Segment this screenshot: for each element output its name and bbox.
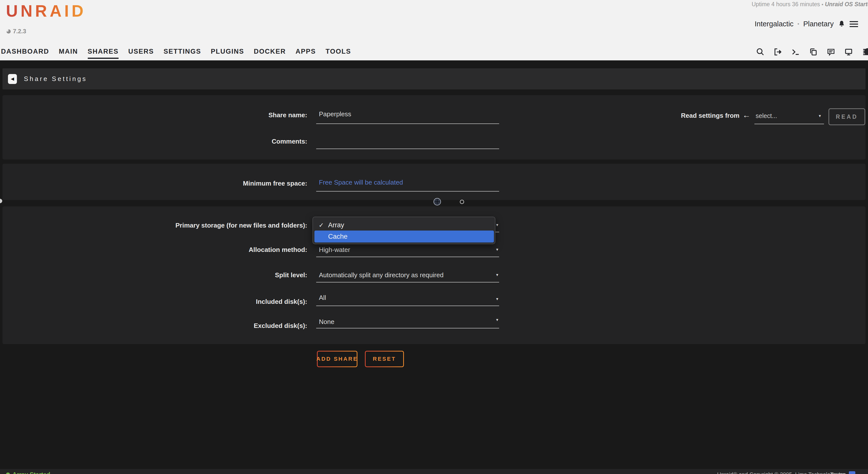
read-button[interactable]: READ: [829, 108, 865, 125]
arrow-left-icon: ←: [742, 110, 750, 120]
nav-item-main[interactable]: MAIN: [59, 48, 78, 59]
copyright-text: Unraid® and Copyright © 2005, Lime Techn…: [717, 471, 847, 474]
included-disks-label: Included disk(s):: [0, 298, 307, 306]
copy-icon[interactable]: [809, 48, 817, 56]
panel-share-identity: [2, 95, 866, 160]
comments-underline: [316, 148, 499, 149]
included-disks-select[interactable]: All: [319, 294, 326, 302]
terminal-icon[interactable]: [792, 48, 800, 56]
check-icon: ✓: [319, 222, 324, 229]
unraid-logo[interactable]: UNRAID: [6, 1, 86, 21]
chevron-down-icon: ▾: [496, 222, 498, 228]
allocation-underline: [316, 257, 499, 257]
option-cache[interactable]: Cache: [314, 231, 494, 242]
terms-link[interactable]: Terms: [830, 471, 845, 474]
cursor-dot-icon: [460, 200, 464, 204]
chevron-down-icon: ▾: [496, 317, 498, 323]
server-name[interactable]: Intergalactic: [755, 20, 794, 28]
nav-menu: DASHBOARD MAIN SHARES USERS SETTINGS PLU…: [1, 48, 351, 59]
uptime-row: Uptime 4 hours 36 minutes • Unraid OS St…: [752, 1, 868, 8]
reset-button[interactable]: RESET: [365, 351, 404, 367]
nav-item-docker[interactable]: DOCKER: [254, 48, 286, 59]
sign-out-icon[interactable]: [774, 48, 782, 56]
back-icon[interactable]: ◀: [8, 74, 17, 84]
comments-label: Comments:: [0, 138, 307, 145]
share-name-label: Share name:: [0, 111, 307, 119]
menu-icon[interactable]: [849, 21, 860, 27]
titlebar: ◀ Share Settings: [2, 68, 866, 90]
nav-item-settings[interactable]: SETTINGS: [163, 48, 201, 59]
nav-item-apps[interactable]: APPS: [296, 48, 316, 59]
nav-item-plugins[interactable]: PLUGINS: [211, 48, 244, 59]
server-description[interactable]: Planetary: [803, 20, 834, 28]
nav-icon-strip: [756, 48, 868, 56]
chevron-down-icon: ▾: [819, 113, 821, 118]
excluded-disks-select[interactable]: None: [319, 318, 334, 326]
version-text: 7.2.3: [13, 28, 26, 35]
remote-access-icon[interactable]: [844, 48, 853, 56]
included-disks-underline: [316, 306, 499, 306]
array-status: Array Started: [6, 471, 50, 474]
primary-storage-underline: [495, 232, 499, 232]
unraid-webgui: UNRAID 7.2.3 Uptime 4 hours 36 minutes •…: [0, 0, 868, 474]
allocation-label: Allocation method:: [0, 246, 307, 253]
footer-link-icon[interactable]: [849, 471, 855, 474]
nav-item-tools[interactable]: TOOLS: [326, 48, 351, 59]
split-level-select[interactable]: Automatically split any directory as req…: [319, 271, 443, 279]
min-free-label: Minimum free space:: [0, 180, 307, 187]
share-name-input[interactable]: [319, 110, 493, 118]
nav-item-users[interactable]: USERS: [128, 48, 154, 59]
allocation-select[interactable]: High-water: [319, 246, 350, 253]
uptime-text: Uptime 4 hours 36 minutes: [752, 1, 820, 7]
status-dot-icon: [6, 473, 10, 474]
excluded-disks-label: Excluded disk(s):: [0, 322, 307, 330]
share-name-underline: [316, 124, 499, 124]
server-separator: •: [797, 21, 799, 27]
bell-icon[interactable]: [838, 20, 846, 28]
nav-item-shares[interactable]: SHARES: [88, 48, 119, 59]
option-array[interactable]: ✓ Array: [313, 219, 495, 231]
move-cursor-icon: [434, 198, 441, 205]
primary-storage-dropdown: ✓ Array Cache: [312, 216, 495, 244]
read-settings-underline: [754, 124, 824, 124]
min-free-input[interactable]: [319, 179, 493, 186]
uptime-separator: •: [822, 2, 823, 7]
read-settings-select[interactable]: select...: [756, 112, 777, 120]
comments-input[interactable]: [319, 137, 493, 144]
chevron-down-icon: ▾: [496, 247, 498, 252]
header: UNRAID 7.2.3 Uptime 4 hours 36 minutes •…: [0, 0, 868, 60]
license-text: Unraid OS Starter: [825, 1, 868, 7]
split-level-label: Split level:: [0, 271, 307, 279]
min-free-underline: [316, 191, 499, 192]
chevron-down-icon: ▾: [496, 272, 498, 277]
version-badge: 7.2.3: [6, 28, 26, 35]
version-pie-icon: [6, 29, 11, 34]
feedback-icon[interactable]: [827, 48, 835, 56]
search-icon[interactable]: [756, 48, 765, 56]
primary-storage-label: Primary storage (for new files and folde…: [0, 222, 307, 229]
excluded-disks-underline: [316, 328, 499, 329]
add-share-button[interactable]: ADD SHARE: [317, 351, 358, 367]
chevron-down-icon: ▾: [496, 296, 498, 302]
footer: Array Started Unraid® and Copyright © 20…: [0, 469, 868, 474]
edge-notch: [0, 199, 2, 203]
nav-item-dashboard[interactable]: DASHBOARD: [1, 48, 49, 59]
server-row: Intergalactic • Planetary: [755, 20, 860, 28]
page-title: Share Settings: [24, 75, 87, 83]
split-level-underline: [316, 282, 499, 282]
read-settings-label: Read settings from: [609, 112, 740, 120]
